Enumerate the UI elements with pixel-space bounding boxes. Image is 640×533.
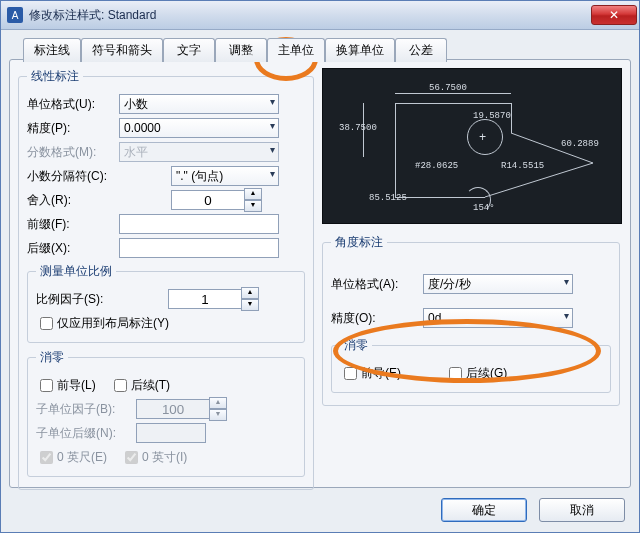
tab-primary-units[interactable]: 主单位 (267, 38, 325, 62)
ang-precision-label: 精度(O): (331, 310, 423, 327)
trail-zero-check[interactable]: 后续(T) (110, 376, 170, 395)
window-title: 修改标注样式: Standard (29, 7, 591, 24)
round-up[interactable]: ▲ (244, 188, 262, 200)
group-zero-linear-legend: 消零 (36, 349, 68, 366)
app-icon: A (7, 7, 23, 23)
tab-arrows[interactable]: 符号和箭头 (81, 38, 163, 62)
sub-suffix-input (136, 423, 206, 443)
window: A 修改标注样式: Standard ✕ 标注线 符号和箭头 文字 调整 主单位… (0, 0, 640, 533)
scale-factor-label: 比例因子(S): (36, 291, 128, 308)
group-scale-legend: 测量单位比例 (36, 263, 116, 280)
round-spin[interactable]: ▲▼ (171, 188, 262, 212)
precision-label: 精度(P): (27, 120, 119, 137)
scale-spin[interactable]: ▲▼ (168, 287, 259, 311)
round-input[interactable] (171, 190, 245, 210)
prefix-label: 前缀(F): (27, 216, 119, 233)
ang-lead-check[interactable]: 前导(E) (340, 364, 401, 383)
group-scale: 测量单位比例 比例因子(S): ▲▼ 仅应用到布局标注(Y) (27, 263, 305, 343)
sub-factor-label: 子单位因子(B): (36, 401, 136, 418)
tab-text[interactable]: 文字 (163, 38, 215, 62)
group-zero-angular-legend: 消零 (340, 337, 372, 354)
group-angular: 角度标注 单位格式(A): 度/分/秒 精度(O): 0d 消零 前导(E) 后… (322, 234, 620, 406)
lead-zero-check[interactable]: 前导(L) (36, 376, 96, 395)
fraction-format-label: 分数格式(M): (27, 144, 119, 161)
feet-check: 0 英尺(E) (36, 448, 107, 467)
ang-unit-format-combo[interactable]: 度/分/秒 (423, 274, 573, 294)
client-area: 标注线 符号和箭头 文字 调整 主单位 换算单位 公差 线性标注 单位格式(U)… (9, 37, 631, 488)
round-label: 舍入(R): (27, 192, 119, 209)
tab-bar: 标注线 符号和箭头 文字 调整 主单位 换算单位 公差 (23, 37, 631, 61)
scale-down[interactable]: ▼ (241, 299, 259, 311)
ang-trail-check[interactable]: 后续(G) (445, 364, 507, 383)
group-linear-legend: 线性标注 (27, 68, 83, 85)
tab-panel: 线性标注 单位格式(U): 小数 精度(P): 0.0000 分数格式(M): … (9, 59, 631, 488)
decimal-sep-combo[interactable]: "." (句点) (171, 166, 279, 186)
titlebar: A 修改标注样式: Standard ✕ (1, 1, 639, 30)
group-angular-legend: 角度标注 (331, 234, 387, 251)
close-button[interactable]: ✕ (591, 5, 637, 25)
scale-up[interactable]: ▲ (241, 287, 259, 299)
sub-factor-input (136, 399, 210, 419)
close-icon: ✕ (609, 8, 619, 22)
layout-only-check[interactable]: 仅应用到布局标注(Y) (36, 314, 169, 333)
suffix-label: 后缀(X): (27, 240, 119, 257)
tab-dimline[interactable]: 标注线 (23, 38, 81, 62)
prefix-input[interactable] (119, 214, 279, 234)
unit-format-combo[interactable]: 小数 (119, 94, 279, 114)
cancel-button[interactable]: 取消 (539, 498, 625, 522)
group-linear: 线性标注 单位格式(U): 小数 精度(P): 0.0000 分数格式(M): … (18, 68, 314, 490)
group-zero-linear: 消零 前导(L) 后续(T) 子单位因子(B): ▲▼ 子单位后缀(N): 0 … (27, 349, 305, 477)
dialog-buttons: 确定 取消 (441, 498, 625, 522)
round-down[interactable]: ▼ (244, 200, 262, 212)
inch-check: 0 英寸(I) (121, 448, 187, 467)
ang-precision-combo[interactable]: 0d (423, 308, 573, 328)
unit-format-label: 单位格式(U): (27, 96, 119, 113)
tab-alt-units[interactable]: 换算单位 (325, 38, 395, 62)
sub-factor-spin: ▲▼ (136, 397, 227, 421)
sub-suffix-label: 子单位后缀(N): (36, 425, 136, 442)
tab-adjust[interactable]: 调整 (215, 38, 267, 62)
group-zero-angular: 消零 前导(E) 后续(G) (331, 337, 611, 393)
preview: 56.7500 38.7500 (322, 68, 622, 224)
ang-unit-format-label: 单位格式(A): (331, 276, 423, 293)
ok-button[interactable]: 确定 (441, 498, 527, 522)
decimal-sep-label: 小数分隔符(C): (27, 168, 119, 185)
scale-input[interactable] (168, 289, 242, 309)
precision-combo[interactable]: 0.0000 (119, 118, 279, 138)
suffix-input[interactable] (119, 238, 279, 258)
tab-tolerance[interactable]: 公差 (395, 38, 447, 62)
fraction-format-combo: 水平 (119, 142, 279, 162)
